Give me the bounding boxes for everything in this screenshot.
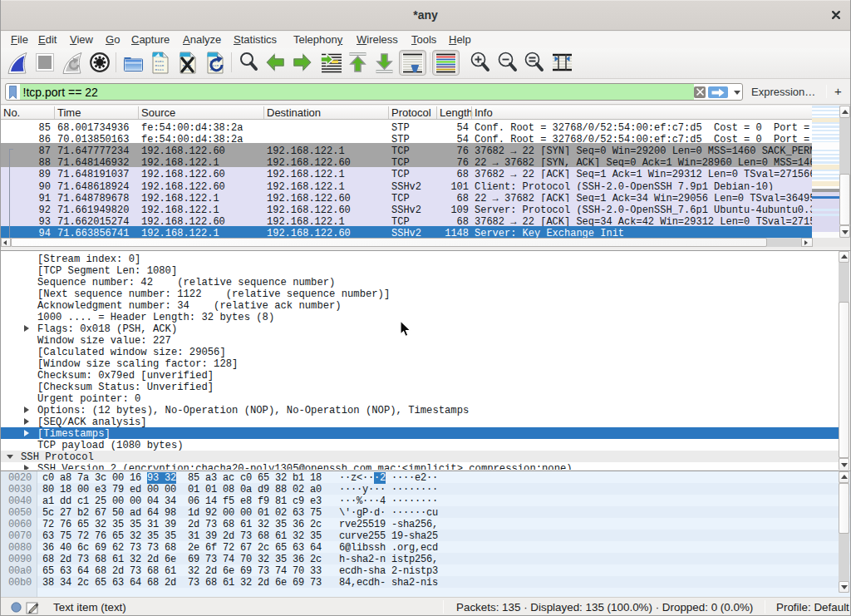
svg-text:0111: 0111 xyxy=(155,67,165,71)
